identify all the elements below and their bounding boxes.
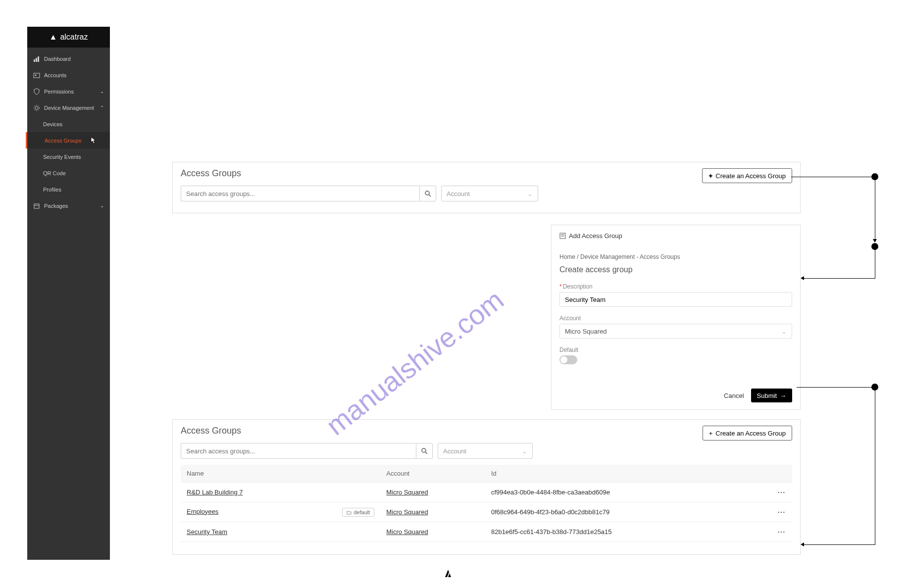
arrow-right-icon: → [780,392,786,399]
row-actions-menu[interactable]: ⋯ [765,522,792,542]
sidebar-subitem-devices[interactable]: Devices [27,116,110,132]
chevron-up-icon: ⌃ [100,105,104,110]
row-name-link[interactable]: R&D Lab Building 7 [187,489,243,496]
callout-line [875,390,875,544]
marker-dot-icon [709,175,712,177]
button-label: Submit [757,392,777,399]
table-row: R&D Lab Building 7 Micro Squared cf994ea… [181,483,792,502]
table-header-row: Name Account Id [181,465,792,483]
default-toggle[interactable] [559,355,577,364]
col-header-account: Account [380,465,485,483]
sidebar-item-label: QR Code [43,170,66,176]
callout-line [875,249,875,278]
callout-line [804,278,875,279]
search-input[interactable] [181,443,416,459]
account-filter-select[interactable]: Account ⌄ [438,443,533,459]
sidebar-item-accounts[interactable]: Accounts [27,67,110,83]
sidebar-subitem-access-groups[interactable]: Access Groups [26,132,110,148]
breadcrumb-separator: / [577,253,578,260]
search-input[interactable] [181,186,419,201]
sidebar-item-dashboard[interactable]: Dashboard [27,50,110,67]
button-label: Create an Access Group [715,430,786,437]
panel-header-text: Add Access Group [569,232,622,240]
sidebar: ▲ alcatraz Dashboard Accounts Permission… [27,27,110,560]
row-id: 0f68c964-649b-4f23-b6a0-d0c2dbb81c79 [485,502,765,522]
access-groups-header-panel: Access Groups + Create an Access Group A… [172,162,801,213]
folder-icon [347,510,352,515]
select-value: Micro Squared [565,328,607,335]
search-row: Account ⌄ [181,186,792,201]
sidebar-item-label: Accounts [44,72,66,78]
search-box [181,186,436,201]
breadcrumb-current: Device Management - Access Groups [580,253,680,260]
search-button[interactable] [419,186,436,201]
row-actions-menu[interactable]: ⋯ [765,483,792,502]
sidebar-subitem-qr-code[interactable]: QR Code [27,165,110,181]
svg-rect-1 [36,58,37,62]
chevron-down-icon: ⌄ [522,447,527,455]
col-header-actions [765,465,792,483]
sidebar-item-label: Profiles [43,187,61,193]
package-icon [33,202,40,209]
sidebar-item-label: Device Management [44,105,94,111]
access-groups-list-panel: Access Groups + Create an Access Group A… [172,419,801,555]
watermark: manualshive.com [320,284,509,441]
row-account-link[interactable]: Micro Squared [386,489,428,496]
panel-title: Access Groups [181,426,792,436]
callout-arrow [801,276,804,280]
sidebar-item-device-management[interactable]: Device Management ⌃ [27,99,110,116]
button-label: Create an Access Group [715,172,786,180]
row-id: 82b1e6f5-cc61-437b-b38d-773dd1e25a15 [485,522,765,542]
create-access-group-button[interactable]: + Create an Access Group [703,426,792,441]
svg-point-5 [35,106,38,109]
row-actions-menu[interactable]: ⋯ [765,502,792,522]
create-access-group-button[interactable]: + Create an Access Group [702,168,792,183]
brand-header: ▲ alcatraz [27,27,110,48]
chart-bar-icon [33,55,40,62]
callout-line [791,177,872,177]
svg-line-15 [425,452,427,454]
svg-rect-7 [34,204,39,208]
brand-name: alcatraz [60,33,88,42]
sidebar-subitem-security-events[interactable]: Security Events [27,148,110,165]
user-card-icon [33,72,40,79]
svg-rect-3 [34,73,40,78]
account-select[interactable]: Micro Squared ⌄ [559,324,792,339]
svg-point-6 [34,105,40,110]
row-name-link[interactable]: Security Team [187,528,227,536]
description-label: *Description [559,283,792,290]
sidebar-item-packages[interactable]: Packages ⌄ [27,197,110,214]
breadcrumb: Home / Device Management - Access Groups [559,253,792,260]
form-actions: Cancel Submit → [724,389,792,402]
breadcrumb-home[interactable]: Home [559,253,575,260]
default-label: Default [559,346,792,353]
sidebar-subitem-profiles[interactable]: Profiles [27,181,110,197]
cancel-button[interactable]: Cancel [724,392,744,399]
svg-rect-2 [38,56,39,62]
description-input[interactable] [559,292,792,307]
footer-logo-icon [442,568,454,581]
search-box [181,443,433,459]
search-button[interactable] [416,443,433,459]
chevron-down-icon: ⌄ [781,328,787,335]
submit-button[interactable]: Submit → [751,389,792,402]
callout-dot [871,243,878,250]
chevron-down-icon: ⌄ [100,203,104,208]
brand-logo-icon: ▲ [50,33,57,42]
sidebar-item-label: Dashboard [44,56,71,62]
row-account-link[interactable]: Micro Squared [386,528,428,536]
row-account-link[interactable]: Micro Squared [386,508,428,516]
table-row: Security Team Micro Squared 82b1e6f5-cc6… [181,522,792,542]
search-row: Account ⌄ [181,443,792,459]
row-name-link[interactable]: Employees [187,508,218,515]
sidebar-item-permissions[interactable]: Permissions ⌄ [27,83,110,99]
callout-dot [871,384,878,391]
col-header-name: Name [181,465,380,483]
callout-line [875,177,875,240]
svg-point-14 [422,448,426,452]
svg-rect-0 [34,59,35,62]
row-id: cf994ea3-0b0e-4484-8fbe-ca3aeabd609e [485,483,765,502]
account-filter-select[interactable]: Account ⌄ [441,186,538,201]
col-header-id: Id [485,465,765,483]
callout-arrow [873,239,877,243]
